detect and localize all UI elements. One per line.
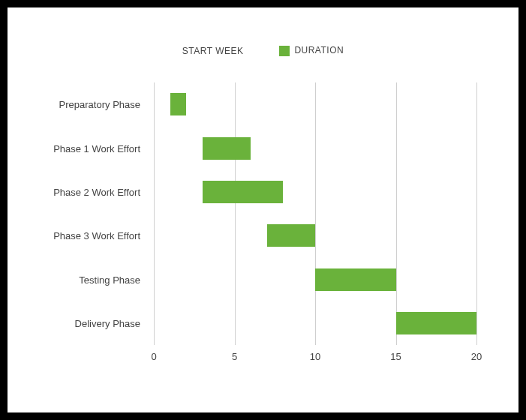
gantt-bar [170,93,187,116]
legend-label-start-week: START WEEK [182,46,244,56]
gridline [396,82,397,345]
legend-label-duration: DURATION [294,45,344,56]
x-tick-label: 10 [310,351,320,362]
x-tick-label: 15 [390,351,401,362]
category-label: Phase 1 Work Effort [53,142,140,154]
gridline [154,82,155,345]
chart-card: START WEEK DURATION 05101520Preparatory … [8,8,518,412]
category-label: Delivery Phase [75,317,140,328]
x-tick-label: 0 [151,351,156,362]
x-tick-label: 20 [471,351,482,362]
category-label: Phase 2 Work Effort [53,186,140,197]
chart-legend: START WEEK DURATION [8,45,518,56]
legend-item-start-week: START WEEK [182,46,244,56]
gridline [315,82,316,345]
gantt-bar [396,312,477,334]
category-label: Preparatory Phase [59,99,140,110]
category-label: Phase 3 Work Effort [53,230,140,242]
stage: START WEEK DURATION 05101520Preparatory … [0,0,526,420]
category-label: Testing Phase [79,274,140,285]
gridline [235,82,236,345]
gantt-bar [267,224,316,247]
chart-plot-area: 05101520Preparatory PhasePhase 1 Work Ef… [154,82,476,345]
legend-item-duration: DURATION [279,45,344,56]
gridline [476,82,477,345]
gantt-bar [203,181,284,203]
x-tick-label: 5 [232,351,237,362]
gantt-bar [203,137,251,160]
gantt-bar [315,268,396,291]
legend-swatch-icon [279,46,290,56]
